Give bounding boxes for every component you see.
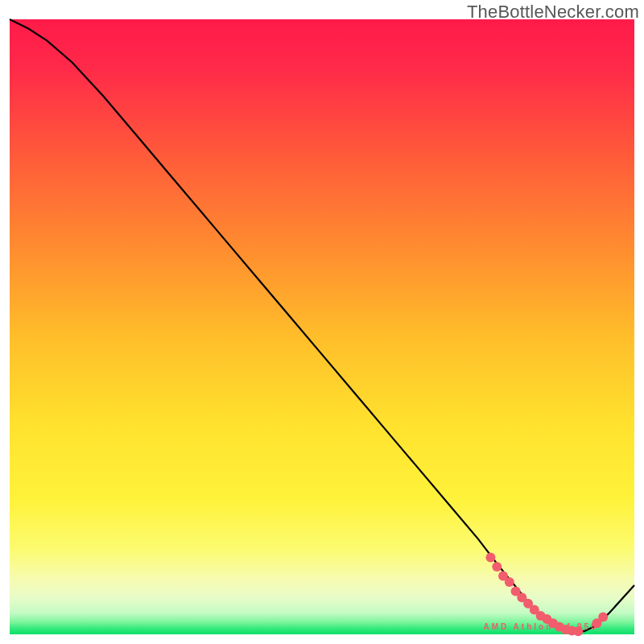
curve-marker — [486, 553, 496, 563]
curve-annotation: AMD Athlon X4 950 — [483, 622, 597, 631]
curve-marker — [505, 577, 514, 587]
chart-canvas: TheBottleNecker.com — [0, 0, 644, 644]
curve-marker — [598, 613, 608, 622]
curve-marker — [492, 562, 502, 572]
bottleneck-chart: AMD Athlon X4 950 — [0, 0, 644, 644]
chart-background — [10, 19, 634, 634]
watermark-text: TheBottleNecker.com — [467, 2, 639, 23]
